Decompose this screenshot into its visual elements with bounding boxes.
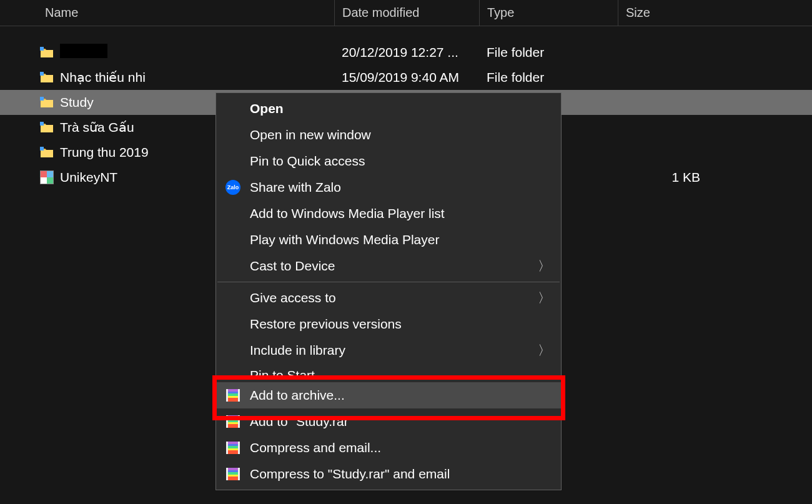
folder-icon — [40, 146, 57, 159]
context-menu: Open Open in new window Pin to Quick acc… — [215, 92, 562, 490]
menu-add-studyrar-label: Add to "Study.rar" — [250, 414, 561, 429]
menu-include-lib-label: Include in library — [250, 343, 561, 358]
menu-play-wmp-label: Play with Windows Media Player — [250, 232, 561, 247]
file-date-cell: 20/12/2019 12:27 ... — [342, 45, 487, 60]
sort-ascending-icon: ˄ — [172, 0, 177, 6]
menu-open[interactable]: Open — [216, 96, 561, 122]
shortcut-icon — [40, 170, 57, 184]
menu-give-access-label: Give access to — [250, 290, 561, 305]
file-name-cell: Nhạc thiếu nhi — [57, 70, 342, 85]
menu-cast-device[interactable]: Cast to Device〉 — [216, 253, 561, 279]
redacted-name — [60, 44, 107, 58]
menu-add-wmp[interactable]: Add to Windows Media Player list — [216, 200, 561, 227]
svg-rect-4 — [40, 147, 44, 151]
chevron-right-icon: 〉 — [538, 289, 551, 307]
column-header-size-label: Size — [626, 6, 650, 20]
column-header-size[interactable]: Size — [618, 0, 718, 26]
menu-add-to-archive[interactable]: Add to archive... — [216, 382, 561, 408]
menu-restore-label: Restore previous versions — [250, 317, 561, 332]
menu-play-wmp[interactable]: Play with Windows Media Player — [216, 227, 561, 253]
folder-icon — [40, 71, 57, 84]
menu-restore-versions[interactable]: Restore previous versions — [216, 311, 561, 337]
winrar-icon — [225, 466, 241, 482]
file-date-cell: 15/09/2019 9:40 AM — [342, 70, 487, 85]
column-header-name[interactable]: Name ˄ — [37, 0, 335, 26]
column-header-name-label: Name — [45, 6, 78, 20]
column-header-date-label: Date modified — [342, 6, 419, 20]
menu-share-zalo[interactable]: Zalo Share with Zalo — [216, 174, 561, 200]
menu-add-archive-label: Add to archive... — [250, 388, 561, 403]
column-header-row: Name ˄ Date modified Type Size — [0, 0, 812, 26]
menu-compress-email-label: Compress and email... — [250, 440, 561, 455]
menu-pin-quick-access[interactable]: Pin to Quick access — [216, 148, 561, 174]
menu-pin-start[interactable]: Pin to Start — [216, 363, 561, 382]
menu-open-new-window-label: Open in new window — [250, 127, 561, 142]
file-type-cell: File folder — [487, 70, 625, 85]
menu-add-wmp-label: Add to Windows Media Player list — [250, 206, 561, 221]
menu-compress-email[interactable]: Compress and email... — [216, 435, 561, 461]
column-header-type[interactable]: Type — [480, 0, 618, 26]
column-header-type-label: Type — [487, 6, 514, 20]
winrar-icon — [225, 387, 241, 403]
menu-pin-start-label: Pin to Start — [250, 368, 561, 382]
column-header-date[interactable]: Date modified — [335, 0, 480, 26]
file-row[interactable]: 20/12/2019 12:27 ... File folder — [0, 40, 812, 65]
winrar-icon — [225, 440, 241, 456]
chevron-right-icon: 〉 — [538, 257, 551, 275]
file-size-cell: 1 KB — [625, 170, 725, 185]
menu-give-access[interactable]: Give access to〉 — [216, 285, 561, 311]
file-name-cell — [57, 44, 342, 61]
file-row[interactable]: Nhạc thiếu nhi 15/09/2019 9:40 AM File f… — [0, 65, 812, 90]
zalo-icon: Zalo — [225, 179, 241, 195]
menu-add-study-rar[interactable]: Add to "Study.rar" — [216, 408, 561, 435]
menu-open-label: Open — [250, 101, 561, 116]
svg-rect-1 — [40, 72, 44, 76]
menu-compress-studyrar-email[interactable]: Compress to "Study.rar" and email — [216, 461, 561, 487]
menu-include-library[interactable]: Include in library〉 — [216, 337, 561, 363]
svg-rect-0 — [40, 47, 44, 51]
menu-open-new-window[interactable]: Open in new window — [216, 122, 561, 148]
menu-compress-studyrar-email-label: Compress to "Study.rar" and email — [250, 467, 561, 482]
svg-rect-2 — [40, 97, 44, 101]
winrar-icon — [225, 413, 241, 430]
folder-icon — [40, 121, 57, 134]
file-type-cell: File folder — [487, 45, 625, 60]
menu-share-zalo-label: Share with Zalo — [250, 180, 561, 195]
menu-cast-label: Cast to Device — [250, 259, 561, 274]
chevron-right-icon: 〉 — [538, 342, 551, 359]
folder-icon — [40, 46, 57, 59]
menu-separator — [217, 282, 560, 282]
folder-icon — [40, 96, 57, 109]
svg-rect-3 — [40, 122, 44, 126]
menu-pin-quick-label: Pin to Quick access — [250, 154, 561, 169]
